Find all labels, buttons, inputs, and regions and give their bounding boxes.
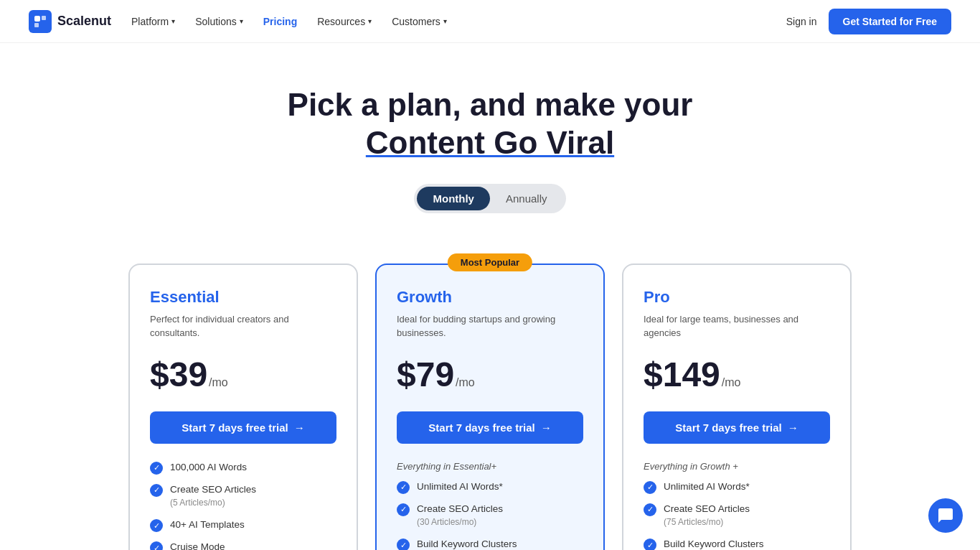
nav-item-resources[interactable]: Resources ▾ — [317, 16, 372, 27]
signin-button[interactable]: Sign in — [786, 16, 817, 27]
list-item: ✓ 100,000 AI Words — [150, 461, 336, 475]
chevron-down-icon: ▾ — [368, 17, 372, 25]
chat-button[interactable] — [928, 498, 963, 533]
pro-price-suffix: /mo — [722, 376, 741, 389]
pro-trial-button[interactable]: Start 7 days free trial → — [644, 411, 830, 444]
logo-icon — [29, 10, 52, 33]
growth-plan-name: Growth — [397, 288, 583, 307]
essential-price-amount: $39 — [150, 355, 207, 394]
toggle-pill: Monthly Annually — [414, 184, 565, 213]
nav-left: Scalenut Platform ▾ Solutions ▾ Pricing … — [29, 10, 447, 33]
svg-rect-0 — [34, 16, 40, 22]
list-item: ✓ Unlimited AI Words* — [644, 480, 830, 494]
essential-plan-card: Essential Perfect for individual creator… — [128, 264, 358, 550]
essential-plan-name: Essential — [150, 288, 336, 307]
check-icon: ✓ — [397, 539, 410, 550]
nav-item-pricing[interactable]: Pricing — [263, 16, 297, 27]
list-item: ✓ Build Keyword Clusters(30 Clusters/mo) — [397, 538, 583, 550]
growth-price-amount: $79 — [397, 355, 454, 394]
list-item: ✓ 40+ AI Templates — [150, 518, 336, 532]
pro-plan-price: $149 /mo — [644, 355, 830, 394]
pro-plan-name: Pro — [644, 288, 830, 307]
list-item: ✓ Create SEO Articles(30 Articles/mo) — [397, 503, 583, 530]
check-icon: ✓ — [397, 481, 410, 494]
check-icon: ✓ — [150, 519, 163, 532]
nav-right: Sign in Get Started for Free — [786, 9, 951, 34]
growth-features: ✓ Unlimited AI Words* ✓ Create SEO Artic… — [397, 480, 583, 550]
check-icon: ✓ — [644, 503, 656, 516]
growth-plan-card: Most Popular Growth Ideal for budding st… — [375, 264, 605, 550]
pro-features-header: Everything in Growth + — [644, 461, 830, 472]
essential-trial-button[interactable]: Start 7 days free trial → — [150, 411, 336, 444]
pro-plan-desc: Ideal for large teams, businesses and ag… — [644, 312, 830, 340]
annually-toggle[interactable]: Annually — [490, 187, 563, 210]
logo[interactable]: Scalenut — [29, 10, 111, 33]
check-icon: ✓ — [150, 541, 163, 550]
chevron-down-icon: ▾ — [443, 17, 447, 25]
check-icon: ✓ — [150, 462, 163, 475]
logo-text: Scalenut — [57, 14, 111, 29]
monthly-toggle[interactable]: Monthly — [417, 187, 490, 210]
growth-features-header: Everything in Essential+ — [397, 461, 583, 472]
svg-rect-1 — [42, 16, 46, 20]
check-icon: ✓ — [644, 481, 656, 494]
pricing-section: Essential Perfect for individual creator… — [0, 264, 980, 550]
chevron-down-icon: ▾ — [240, 17, 243, 25]
hero-section: Pick a plan, and make your Content Go Vi… — [0, 43, 980, 264]
essential-plan-price: $39 /mo — [150, 355, 336, 394]
list-item: ✓ Create SEO Articles(5 Articles/mo) — [150, 483, 336, 511]
get-started-button[interactable]: Get Started for Free — [829, 9, 951, 34]
list-item: ✓ Cruise Mode — [150, 541, 336, 550]
nav-item-customers[interactable]: Customers ▾ — [392, 16, 447, 27]
essential-plan-desc: Perfect for individual creators and cons… — [150, 312, 336, 340]
essential-features: ✓ 100,000 AI Words ✓ Create SEO Articles… — [150, 461, 336, 550]
hero-title: Pick a plan, and make your Content Go Vi… — [14, 86, 966, 162]
nav-item-solutions[interactable]: Solutions ▾ — [195, 16, 243, 27]
list-item: ✓ Build Keyword Clusters(75 Clusters/mo) — [644, 538, 830, 550]
chevron-down-icon: ▾ — [171, 17, 175, 25]
list-item: ✓ Unlimited AI Words* — [397, 480, 583, 494]
pro-price-amount: $149 — [644, 355, 720, 394]
list-item: ✓ Create SEO Articles(75 Articles/mo) — [644, 503, 830, 530]
nav-item-platform[interactable]: Platform ▾ — [131, 16, 175, 27]
check-icon: ✓ — [644, 539, 656, 550]
check-icon: ✓ — [150, 484, 163, 497]
navbar: Scalenut Platform ▾ Solutions ▾ Pricing … — [0, 0, 980, 43]
pro-features: ✓ Unlimited AI Words* ✓ Create SEO Artic… — [644, 480, 830, 550]
svg-rect-2 — [34, 23, 39, 27]
hero-title-highlight: Content Go Viral — [366, 125, 614, 160]
growth-price-suffix: /mo — [456, 376, 475, 389]
most-popular-badge: Most Popular — [448, 253, 532, 271]
essential-price-suffix: /mo — [209, 376, 228, 389]
growth-trial-button[interactable]: Start 7 days free trial → — [397, 411, 583, 444]
billing-toggle[interactable]: Monthly Annually — [14, 184, 966, 213]
pro-plan-card: Pro Ideal for large teams, businesses an… — [622, 264, 852, 550]
growth-plan-desc: Ideal for budding startups and growing b… — [397, 312, 583, 340]
growth-plan-price: $79 /mo — [397, 355, 583, 394]
check-icon: ✓ — [397, 503, 410, 516]
